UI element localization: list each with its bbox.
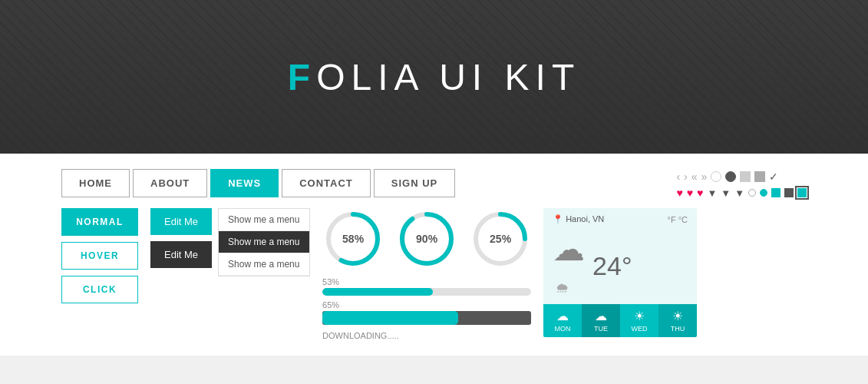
- progress-53-track: [322, 288, 531, 296]
- circle-indicator-1: [711, 171, 721, 182]
- progress-section: 53% 65% DOWNLOADING.....: [322, 277, 531, 340]
- double-left-icon[interactable]: «: [691, 170, 698, 183]
- mon-label: MON: [543, 325, 582, 333]
- double-right-icon[interactable]: »: [701, 170, 708, 183]
- down-arrow-2: ▼: [721, 187, 731, 199]
- weather-main: ☁🌧 24°: [543, 230, 697, 304]
- weather-day-mon: ☁ MON: [543, 304, 582, 337]
- circle-indicator-2: [725, 171, 736, 182]
- weather-header: 📍 Hanoi, VN °F °C: [543, 208, 697, 230]
- circles-row: 58% 90% 25%: [322, 208, 531, 270]
- weather-footer: ☁ MON ☁ TUE ☀ WED ☀ THU: [543, 304, 697, 337]
- heart-icon-3: ♥: [697, 187, 703, 199]
- title-rest: OLIA UI KIT: [316, 57, 580, 98]
- weather-day-tue: ☁ TUE: [582, 304, 620, 337]
- weather-day-thu: ☀ THU: [658, 304, 697, 337]
- sq-teal-2: [797, 188, 807, 197]
- circle-25: 25%: [470, 208, 531, 270]
- progress-65-label: 65%: [322, 300, 531, 310]
- weather-units: °F °C: [668, 215, 688, 224]
- circle-58-label: 58%: [342, 233, 364, 245]
- chevron-right-icon[interactable]: ›: [684, 170, 688, 183]
- progress-53-label: 53%: [322, 277, 531, 286]
- nav-contact[interactable]: CONTACT: [282, 169, 371, 197]
- progress-bar-53: 53%: [322, 277, 531, 296]
- circle-90-label: 90%: [416, 233, 437, 245]
- wed-icon: ☀: [620, 309, 658, 323]
- dropdown-item-3[interactable]: Show me a menu: [219, 253, 309, 276]
- weather-location: 📍 Hanoi, VN: [553, 214, 604, 224]
- mon-icon: ☁: [543, 309, 582, 323]
- weather-day-wed: ☀ WED: [620, 304, 658, 337]
- edit-buttons-column: Edit Me Edit Me: [150, 208, 212, 268]
- downloading-label: DOWNLOADING.....: [322, 331, 531, 340]
- sq-dark: [784, 188, 794, 197]
- weather-widget: 📍 Hanoi, VN °F °C ☁🌧 24° ☁ MON ☁ TUE: [543, 208, 697, 337]
- normal-state-button[interactable]: NORMAL: [61, 208, 138, 236]
- wed-label: WED: [620, 325, 658, 333]
- nav-about[interactable]: ABOUT: [133, 169, 207, 197]
- dropdown-menu: Show me a menu Show me a menu Show me a …: [218, 208, 310, 276]
- progress-53-fill: [322, 288, 433, 296]
- down-arrow-1: ▼: [707, 187, 717, 199]
- circle-25-label: 25%: [490, 233, 511, 245]
- weather-temperature: 24°: [592, 251, 632, 281]
- dropdown-item-1[interactable]: Show me a menu: [219, 209, 309, 231]
- thu-icon: ☀: [658, 309, 697, 323]
- tue-label: TUE: [582, 325, 620, 333]
- progress-65-track: [322, 311, 531, 325]
- progress-bar-65: 65%: [322, 300, 531, 325]
- dot-2: [760, 189, 767, 197]
- circle-58: 58%: [322, 208, 384, 270]
- circle-90: 90%: [396, 208, 457, 270]
- nav-signup[interactable]: SIGN UP: [374, 169, 455, 197]
- check-icon: ✓: [769, 170, 778, 183]
- heart-icon-2: ♥: [687, 187, 693, 199]
- down-arrow-3: ▼: [734, 187, 744, 199]
- page-title: FOLIA UI KIT: [288, 56, 580, 98]
- nav-news[interactable]: NEWS: [210, 169, 279, 197]
- hover-state-button[interactable]: HOVER: [61, 242, 138, 270]
- nav-home[interactable]: HOME: [61, 169, 130, 197]
- pin-icon: 📍: [553, 214, 563, 223]
- progress-65-fill: [322, 311, 458, 325]
- nav-bar: HOME ABOUT NEWS CONTACT SIGN UP: [61, 169, 455, 197]
- button-states-column: NORMAL HOVER CLICK: [61, 208, 138, 303]
- dot-1: [748, 189, 756, 197]
- square-indicator-2: [754, 171, 765, 182]
- square-indicator-1: [740, 171, 751, 182]
- tue-icon: ☁: [582, 309, 620, 323]
- dropdown-item-2[interactable]: Show me a menu: [219, 231, 309, 253]
- content-area: HOME ABOUT NEWS CONTACT SIGN UP ‹ › « » …: [0, 154, 868, 356]
- sq-teal: [771, 188, 781, 197]
- chevron-left-icon[interactable]: ‹: [676, 170, 680, 183]
- header: FOLIA UI KIT: [0, 0, 868, 154]
- edit-button-2[interactable]: Edit Me: [150, 241, 212, 268]
- thu-label: THU: [658, 325, 697, 333]
- title-accent: F: [288, 57, 316, 98]
- weather-cloud-icon: ☁🌧: [553, 233, 585, 298]
- heart-icon-1: ♥: [676, 187, 682, 199]
- click-state-button[interactable]: CLICK: [61, 276, 138, 303]
- edit-button-1[interactable]: Edit Me: [150, 208, 212, 235]
